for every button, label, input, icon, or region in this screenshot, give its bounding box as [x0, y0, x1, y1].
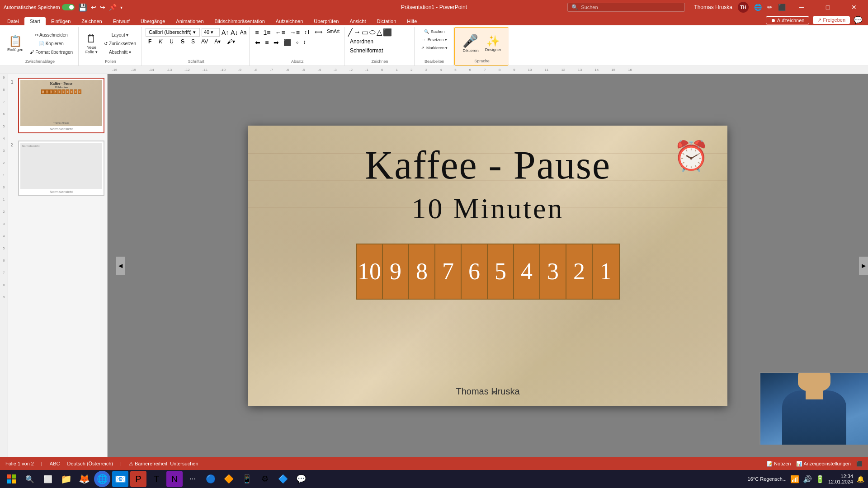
tab-datei[interactable]: Datei [2, 17, 24, 25]
accessibility-info[interactable]: ⚠ Barrierefreiheit: Untersuchen [129, 461, 198, 467]
autosave-toggle[interactable]: Automatisches Speichern [4, 4, 75, 10]
align-btn[interactable]: ⟺ [313, 28, 324, 37]
layout-button[interactable]: Layout ▾ [101, 31, 139, 39]
bold-button[interactable]: F [146, 38, 154, 46]
zoom-icon[interactable]: ⬛ [856, 461, 863, 467]
dropdown-icon[interactable]: ▾ [120, 5, 123, 10]
nav-right-arrow[interactable]: ▶ [859, 257, 868, 275]
kopieren-button[interactable]: 📄 Kopieren [27, 40, 76, 47]
font-color-btn[interactable]: A▾ [212, 38, 223, 45]
decrease-font-btn[interactable]: A↓ [231, 29, 238, 36]
notes-btn[interactable]: 📝 Notizen [767, 461, 791, 467]
shape-oval[interactable]: ⬭ [369, 28, 376, 37]
start-button[interactable] [4, 471, 20, 487]
designer-button[interactable]: ✨ Designer [482, 34, 504, 53]
align-center-btn[interactable]: ≡ [263, 38, 270, 47]
tab-dictation[interactable]: Dictation [371, 17, 401, 25]
font-selector[interactable]: Calibri (Überschrift) ▾ [146, 28, 200, 37]
maximize-button[interactable]: □ [817, 0, 838, 14]
pen-icon[interactable]: ✏ [767, 4, 773, 11]
teams-icon[interactable]: T [148, 471, 165, 487]
shapes-more[interactable]: ⬛ [383, 28, 392, 37]
chrome-icon[interactable]: 🌐 [94, 471, 110, 487]
search-bar[interactable]: 🔍 [567, 3, 685, 12]
tab-hilfe[interactable]: Hilfe [401, 17, 422, 25]
redo-icon[interactable]: ↪ [100, 4, 105, 11]
ausschneiden-button[interactable]: ✂ Ausschneiden [27, 31, 76, 39]
comment-icon[interactable]: 💬 [854, 16, 863, 24]
shape-line[interactable]: ╱ [348, 28, 353, 37]
tab-ansicht[interactable]: Ansicht [344, 17, 371, 25]
pin-icon[interactable]: 📌 [109, 4, 117, 11]
align-left-btn[interactable]: ⬅ [253, 38, 262, 47]
apps-more[interactable]: ⋯ [184, 471, 201, 487]
zuruecksetzen-button[interactable]: ↺ Zurücksetzen [101, 40, 139, 47]
save-icon[interactable]: 💾 [78, 3, 87, 12]
strikethrough-button[interactable]: S [178, 38, 187, 46]
tab-entwurf[interactable]: Entwurf [108, 17, 135, 25]
spacing-button[interactable]: AV [199, 38, 210, 45]
ersetzen-button[interactable]: ↔Ersetzen ▾ [418, 36, 451, 43]
firefox-icon[interactable]: 🦊 [76, 471, 92, 487]
quick-styles-btn[interactable]: Schnellformat [348, 47, 385, 55]
tab-zeichnen[interactable]: Zeichnen [76, 17, 107, 25]
slide-canvas[interactable]: ⏰ Kaffee - Pause 10 Minuten 10 9 8 7 6 5… [248, 126, 727, 406]
app-icon-5[interactable]: 🔷 [275, 471, 291, 487]
arrange-btn[interactable]: Anordnen [348, 38, 375, 46]
text-dir-btn[interactable]: ↕T [302, 28, 312, 37]
shadow-button[interactable]: S [189, 38, 197, 45]
explorer-icon[interactable]: 📁 [58, 471, 74, 487]
tab-aufzeichnen[interactable]: Aufzeichnen [270, 17, 309, 25]
task-view-btn[interactable]: ⬜ [40, 471, 56, 487]
underline-button[interactable]: U [167, 38, 176, 46]
num-list-btn[interactable]: 1≡ [262, 28, 273, 37]
increase-font-btn[interactable]: A↑ [222, 29, 229, 36]
tab-uebergaenge[interactable]: Übergänge [135, 17, 170, 25]
neue-folie-button[interactable]: 🗒 Neue Folie ▾ [82, 32, 100, 56]
format-button[interactable]: 🖌 Format übertragen [27, 48, 76, 56]
clear-format-btn[interactable]: Aa [240, 29, 247, 36]
present-icon[interactable]: ⬛ [778, 4, 786, 11]
user-avatar[interactable]: TH [738, 2, 749, 13]
undo-icon[interactable]: ↩ [91, 4, 96, 11]
highlight-btn[interactable]: 🖌▾ [225, 38, 237, 45]
minimize-button[interactable]: ─ [791, 0, 812, 14]
tab-start[interactable]: Start [24, 17, 46, 25]
font-size-selector[interactable]: 40 ▾ [202, 28, 220, 37]
powerpoint-icon[interactable]: P [130, 471, 146, 487]
tab-bildschirm[interactable]: Bildschirmpräsentation [209, 17, 270, 25]
line-spacing-btn[interactable]: ↕ [302, 38, 308, 47]
onenote-icon[interactable]: N [166, 471, 183, 487]
aufzeichnen-button[interactable]: ⏺ Aufzeichnen [766, 16, 809, 24]
col-btn[interactable]: ⬦ [294, 38, 301, 47]
tab-einfuegen[interactable]: Einfügen [46, 17, 76, 25]
app-icon-3[interactable]: 📱 [239, 471, 255, 487]
close-button[interactable]: ✕ [844, 0, 864, 14]
shape-tri[interactable]: △ [377, 28, 382, 37]
einfuegen-button[interactable]: 📋 Einfügen [5, 34, 26, 53]
suchen-button[interactable]: 🔍Suchen [418, 28, 451, 35]
search-input[interactable] [581, 5, 671, 10]
shape-rect[interactable]: ▭ [362, 28, 368, 37]
autosave-switch[interactable] [62, 4, 75, 10]
app-icon-2[interactable]: 🔶 [221, 471, 237, 487]
freigeben-button[interactable]: ↗ Freigeben [813, 16, 850, 24]
volume-icon[interactable]: 🔊 [803, 475, 812, 483]
shape-arrow[interactable]: → [354, 28, 361, 37]
justify-btn[interactable]: ⬛ [282, 38, 293, 47]
app-icon-4[interactable]: ⚙ [257, 471, 273, 487]
smartart-btn[interactable]: SmArt [325, 28, 341, 37]
diktieren-button[interactable]: 🎤 Diktieren [460, 33, 481, 54]
notification-icon[interactable]: 🔔 [857, 475, 864, 483]
nav-left-arrow[interactable]: ◀ [116, 257, 125, 275]
italic-button[interactable]: K [156, 38, 165, 46]
bullet-list-btn[interactable]: ≡ [253, 28, 260, 37]
tab-animationen[interactable]: Animationen [170, 17, 209, 25]
indent-more-btn[interactable]: →≡ [288, 28, 302, 37]
app-icon-6[interactable]: 💬 [293, 471, 309, 487]
view-settings-btn[interactable]: 📊 Anzeigeeinstellungen [796, 461, 851, 467]
tab-ueberpruefen[interactable]: Überprüfen [308, 17, 344, 25]
outlook-icon[interactable]: 📧 [112, 471, 128, 487]
app-icon-1[interactable]: 🔵 [203, 471, 219, 487]
markieren-button[interactable]: ↗Markieren ▾ [418, 44, 451, 52]
